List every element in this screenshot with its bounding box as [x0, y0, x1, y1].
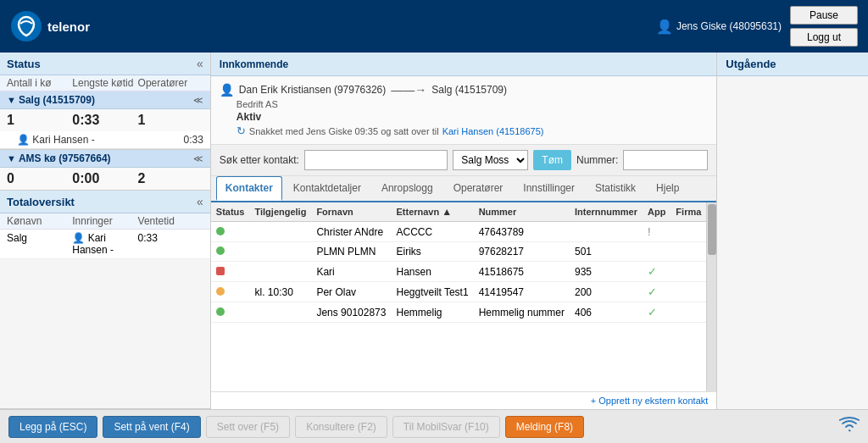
nummer-cell: 97628217 — [474, 242, 570, 262]
fornavn-cell: Christer ANdre — [311, 222, 391, 242]
contact-table-header-row: Status Tilgjengelig Fornavn Etternavn ▲ … — [211, 202, 706, 222]
caller-icon: 👤 — [220, 83, 234, 97]
status-cell — [211, 242, 250, 262]
tab-kontakter[interactable]: Kontakter — [216, 176, 282, 201]
legg-pa-button[interactable]: Legg på (ESC) — [8, 416, 97, 438]
fornavn-cell: Jens 90102873 — [311, 302, 391, 323]
wifi-icon — [839, 417, 860, 436]
app-cell: ✓ — [643, 262, 670, 282]
status-cell — [211, 222, 250, 242]
user-info: 👤 Jens Giske (48095631) — [656, 19, 782, 35]
search-row: Søk etter kontakt: Salg Moss Alle Oslo T… — [211, 145, 716, 176]
status-collapse-icon[interactable]: « — [197, 57, 203, 70]
queue-collapse-icon[interactable]: ≪ — [193, 95, 203, 106]
ams-tid: 0:00 — [72, 171, 137, 186]
table-row[interactable]: PLMN PLMN Eiriks 97628217 501 — [211, 242, 706, 262]
utgaende-header: Utgående — [717, 53, 868, 76]
status-subheader: Antall i kø Lengste køtid Operatører — [0, 75, 210, 91]
tilgjengelig-cell: kl. 10:30 — [249, 282, 311, 302]
agent-name-label: Kari Hansen - — [32, 134, 94, 146]
ams-expand-icon: ▼ — [7, 153, 16, 163]
tabs-bar: Kontakter Kontaktdetaljer Anropslogg Ope… — [211, 176, 716, 202]
user-label: Jens Giske (48095631) — [676, 20, 782, 32]
salg-antall: 1 — [7, 113, 72, 128]
table-row[interactable]: Christer ANdre ACCCC 47643789 ! — [211, 222, 706, 242]
tab-hjelp[interactable]: Hjelp — [647, 176, 688, 201]
ams-collapse-icon[interactable]: ≪ — [193, 153, 203, 164]
call-info: 👤 Dan Erik Kristiansen (97976326) ——→ Sa… — [211, 76, 716, 145]
search-input[interactable] — [304, 150, 448, 170]
transfer-info: ↻ Snakket med Jens Giske 09:35 og satt o… — [236, 125, 708, 137]
queue-name-ams: ▼ AMS kø (97567664) — [7, 152, 111, 164]
status-dot-red — [216, 267, 225, 275]
tab-operatorer[interactable]: Operatører — [444, 176, 513, 201]
th-tilgjengelig: Tilgjengelig — [249, 202, 311, 222]
th-etternavn[interactable]: Etternavn ▲ — [391, 202, 473, 222]
queue-row-salg[interactable]: ▼ Salg (41515709) ≪ — [0, 91, 210, 109]
check-icon: ✓ — [648, 285, 657, 298]
etternavn-cell: Eiriks — [391, 242, 473, 262]
nummer-cell: 41518675 — [474, 262, 570, 282]
exclaim-icon: ! — [648, 225, 651, 238]
th-nummer: Nummer — [474, 202, 570, 222]
status-title: Status — [7, 58, 41, 70]
tilgjengelig-cell — [249, 242, 311, 262]
transfer-agent-link[interactable]: Kari Hansen (41518675) — [442, 126, 544, 136]
wifi-symbol — [839, 417, 860, 432]
salg-tid: 0:33 — [72, 113, 137, 128]
th-firma: Firma — [670, 202, 706, 222]
sett-pa-vent-button[interactable]: Sett på vent (F4) — [103, 416, 200, 438]
internnummer-cell: 501 — [570, 242, 643, 262]
svg-point-0 — [11, 11, 42, 42]
arrow-icon: ——→ — [391, 83, 426, 97]
clear-button[interactable]: Tøm — [533, 150, 571, 170]
ams-section: ▼ AMS kø (97567664) ≪ 0 0:00 2 — [0, 150, 210, 191]
search-dropdown[interactable]: Salg Moss Alle Oslo — [453, 150, 528, 170]
melding-button[interactable]: Melding (F8) — [505, 416, 584, 438]
lengste-header: Lengste køtid — [72, 77, 137, 89]
contact-table-body: Christer ANdre ACCCC 47643789 ! PLMN PLM… — [211, 222, 706, 323]
firma-cell — [670, 262, 706, 282]
status-cell — [211, 302, 250, 323]
th-internnummer: Internnummer — [570, 202, 643, 222]
fornavn-cell: Kari — [311, 262, 391, 282]
pause-button[interactable]: Pause — [790, 6, 858, 25]
agent-row-kari: 👤 Kari Hansen - 0:33 — [0, 131, 210, 149]
new-contact-link[interactable]: + Opprett ny ekstern kontakt — [211, 391, 716, 409]
number-label: Nummer: — [576, 154, 618, 166]
tab-kontaktdetaljer[interactable]: Kontaktdetaljer — [284, 176, 370, 201]
table-row[interactable]: Jens 90102873 Hemmelig Hemmelig nummer 4… — [211, 302, 706, 323]
tab-innstillinger[interactable]: Innstillinger — [514, 176, 584, 201]
status-section-header: Status « — [0, 53, 210, 75]
firma-cell — [670, 302, 706, 323]
totaloversikt-title: Totaloversikt — [7, 196, 75, 208]
company: Bedrift AS — [236, 99, 708, 109]
status-cell — [211, 282, 250, 302]
table-row[interactable]: kl. 10:30 Per Olav Heggtveilt Test1 4141… — [211, 282, 706, 302]
firma-cell — [670, 242, 706, 262]
app-cell: ✓ — [643, 282, 670, 302]
call-info-row1: 👤 Dan Erik Kristiansen (97976326) ——→ Sa… — [220, 83, 708, 97]
agent-time: 0:33 — [183, 134, 203, 146]
check-icon: ✓ — [648, 306, 657, 318]
queue-row-ams[interactable]: ▼ AMS kø (97567664) ≪ — [0, 150, 210, 168]
innringer-icon: 👤 — [72, 232, 85, 244]
totaloversikt-collapse-icon[interactable]: « — [197, 195, 203, 208]
scrollbar[interactable] — [706, 202, 716, 391]
number-input[interactable] — [623, 150, 708, 170]
fornavn-cell: PLMN PLMN — [311, 242, 391, 262]
user-icon: 👤 — [656, 19, 673, 35]
tab-statistikk[interactable]: Statistikk — [586, 176, 645, 201]
th-fornavn[interactable]: Fornavn — [311, 202, 391, 222]
table-row[interactable]: Kari Hansen 41518675 935 ✓ — [211, 262, 706, 282]
internnummer-cell: 935 — [570, 262, 643, 282]
queue-data-salg: 1 0:33 1 — [0, 109, 210, 131]
logout-button[interactable]: Logg ut — [790, 28, 858, 47]
right-panel: Utgående — [717, 53, 868, 409]
status-dot-green — [216, 246, 225, 255]
innringer-header: Innringer — [72, 215, 137, 227]
contact-table-wrap[interactable]: Status Tilgjengelig Fornavn Etternavn ▲ … — [211, 202, 706, 391]
middle-panel: Innkommende 👤 Dan Erik Kristiansen (9797… — [211, 53, 717, 409]
tab-anropslogg[interactable]: Anropslogg — [372, 176, 442, 201]
internnummer-cell: 200 — [570, 282, 643, 302]
